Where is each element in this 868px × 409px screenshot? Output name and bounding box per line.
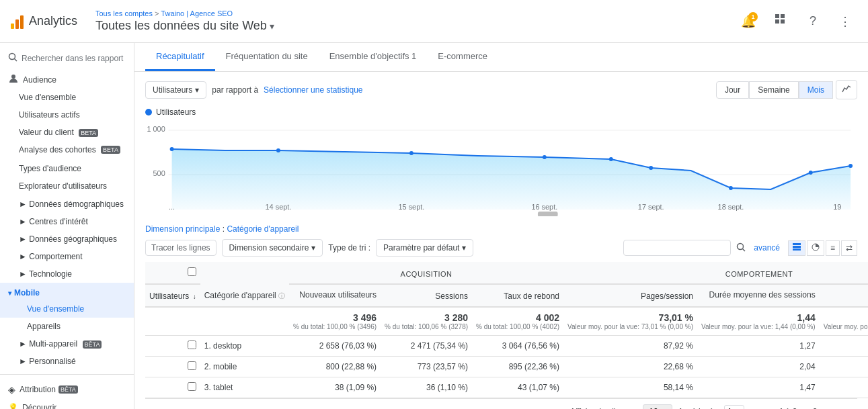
svg-line-30 (743, 248, 746, 251)
row2-checkbox-col[interactable] (145, 356, 200, 377)
svg-marker-11 (172, 149, 851, 210)
row1-label[interactable]: 1. desktop (200, 335, 289, 356)
chart-type-icon[interactable] (836, 80, 857, 99)
row2-checkbox[interactable] (188, 361, 196, 370)
search-icon (8, 52, 17, 64)
sidebar-item-donnees-demo[interactable]: ► Données démographiques (0, 195, 134, 213)
sidebar-item-utilisateurs-actifs[interactable]: Utilisateurs actifs (0, 106, 134, 124)
page-title-dropdown-icon[interactable]: ▾ (270, 21, 274, 32)
table-row: 1. desktop 2 658 (76,03 %) 2 471 (75,34 … (145, 335, 868, 356)
sidebar-item-explorateur[interactable]: Explorateur d'utilisateurs (0, 177, 134, 196)
info-icon: ⓘ (278, 292, 285, 300)
row2-nouveaux: 773 (23,57 %) (381, 356, 472, 377)
sidebar-item-vue-ensemble[interactable]: Vue d'ensemble (0, 89, 134, 106)
apps-button[interactable] (768, 9, 793, 34)
legend-label: Utilisateurs (156, 107, 196, 117)
sidebar-item-attribution[interactable]: ◈ Attribution BÊTA (0, 379, 134, 398)
tab-ecommerce[interactable]: E-commerce (427, 43, 498, 71)
sidebar: Rechercher dans les rapport Audience Vue… (0, 43, 134, 409)
rows-per-page-select[interactable]: 10 25 50 (643, 404, 672, 409)
more-button[interactable]: ⋮ (833, 9, 857, 34)
first-page-btn[interactable]: ≪ (750, 405, 765, 409)
row1-checkbox-col[interactable] (145, 335, 200, 356)
param-defaut-dropdown[interactable]: Paramètre par défaut ▾ (376, 239, 473, 257)
view-list-btn[interactable]: ≡ (826, 240, 840, 256)
type-tri-label: Type de tri : (328, 243, 370, 253)
sidebar-search[interactable]: Rechercher dans les rapport (0, 48, 134, 68)
svg-point-29 (738, 243, 744, 249)
col-utilisateurs[interactable]: Utilisateurs ↓ (145, 284, 200, 307)
trace-lignes-button[interactable]: Tracer les lignes (145, 240, 216, 256)
tab-frequentation[interactable]: Fréquentation du site (215, 43, 319, 71)
avance-link[interactable]: avancé (754, 243, 780, 253)
chart-container: 1 000 500 (145, 122, 857, 216)
metric-dropdown[interactable]: Utilisateurs ▾ (145, 81, 206, 99)
tab-recapitulatif[interactable]: Récapitulatif (145, 43, 215, 71)
sidebar-item-comportement[interactable]: ► Comportement (0, 248, 134, 265)
next-page-btn[interactable]: › (820, 405, 828, 409)
breadcrumb-account[interactable]: Twaino | Agence SEO (161, 9, 233, 17)
sidebar-section-audience[interactable]: Audience (0, 68, 134, 89)
sort-icon: ↓ (193, 293, 196, 300)
data-table: Catégorie d'appareil ⓘ Acquisition Compo… (145, 262, 868, 398)
sidebar-item-multi-appareil[interactable]: ► Multi-appareil BÊTA (0, 335, 134, 353)
row3-pages: 1,47 (697, 377, 820, 398)
row3-label[interactable]: 3. tablet (200, 377, 289, 398)
breadcrumb-all-accounts[interactable]: Tous les comptes (95, 9, 153, 17)
col-pages-session: Pages/session (563, 284, 697, 307)
svg-point-19 (809, 171, 813, 175)
metric-label: Utilisateurs (153, 85, 192, 95)
row2-duree: 00:01:02 (820, 356, 868, 377)
sidebar-item-cohortes[interactable]: Analyse des cohortes BETA (0, 141, 134, 160)
last-page-btn[interactable]: ≫ (831, 405, 846, 409)
svg-text:...: ... (169, 203, 175, 211)
logo-area: Analytics (11, 14, 85, 29)
table-search-input[interactable] (623, 240, 731, 256)
notification-button[interactable]: 🔔 1 (736, 9, 760, 34)
select-all-checkbox[interactable] (188, 267, 196, 276)
sidebar-item-personnalise[interactable]: ► Personnalisé (0, 353, 134, 370)
time-btn-semaine[interactable]: Semaine (749, 81, 798, 99)
afficher-lignes-label: Afficher les lignes : (570, 407, 638, 409)
sidebar-item-vue-ensemble-mobile[interactable]: Vue d'ensemble (0, 300, 134, 318)
row3-sessions: 43 (1,07 %) (472, 377, 563, 398)
table-row: 2. mobile 800 (22,88 %) 773 (23,57 %) 89… (145, 356, 868, 377)
breadcrumb: Tous les comptes > Twaino | Agence SEO (95, 9, 736, 17)
dim-sec-dropdown[interactable]: Dimension secondaire ▾ (222, 239, 323, 257)
time-btn-mois[interactable]: Mois (799, 81, 833, 99)
view-pie-btn[interactable] (807, 240, 824, 256)
svg-point-4 (9, 54, 15, 60)
line-chart-svg: 1 000 500 (145, 122, 857, 216)
total-checkbox-col (145, 307, 200, 336)
view-settings-btn[interactable]: ⇄ (841, 240, 857, 256)
sidebar-item-appareils[interactable]: Appareils (0, 318, 134, 335)
tab-objectifs[interactable]: Ensemble d'objectifs 1 (319, 43, 428, 71)
row2-taux-rebond: 22,68 % (563, 356, 697, 377)
chart-legend: Utilisateurs (145, 107, 857, 117)
sidebar-item-donnees-geo[interactable]: ► Données géographiques (0, 230, 134, 248)
page-range: 1 à 3 sur 3 (779, 407, 818, 409)
prev-page-btn[interactable]: ‹ (768, 405, 777, 409)
row3-checkbox[interactable] (188, 382, 196, 391)
page-input[interactable] (724, 405, 744, 409)
sidebar-section-mobile[interactable]: ▾ Mobile (0, 283, 134, 300)
time-btn-jour[interactable]: Jour (716, 81, 749, 99)
sidebar-item-decouvrir[interactable]: 💡 Découvrir (0, 398, 134, 409)
help-button[interactable]: ? (801, 9, 825, 34)
row2-label[interactable]: 2. mobile (200, 356, 289, 377)
view-table-btn[interactable] (788, 240, 805, 256)
sidebar-item-valeur-client[interactable]: Valeur du client BETA (0, 124, 134, 141)
sidebar-divider (0, 374, 134, 375)
select-stat-link[interactable]: Sélectionner une statistique (264, 85, 362, 95)
row3-checkbox-col[interactable] (145, 377, 200, 398)
row1-checkbox[interactable] (188, 340, 196, 349)
sidebar-item-technologie[interactable]: ► Technologie (0, 265, 134, 283)
svg-point-20 (849, 164, 853, 168)
svg-rect-0 (775, 14, 779, 18)
table-row: 3. tablet 38 (1,09 %) 36 (1,10 %) 43 (1,… (145, 377, 868, 398)
logo-bar-1 (11, 24, 14, 29)
param-defaut-label: Paramètre par défaut (383, 243, 459, 253)
sidebar-item-centres-interet[interactable]: ► Centres d'intérêt (0, 213, 134, 230)
sidebar-item-types-audience[interactable]: Types d'audience (0, 160, 134, 177)
content-area: Récapitulatif Fréquentation du site Ense… (134, 43, 868, 409)
